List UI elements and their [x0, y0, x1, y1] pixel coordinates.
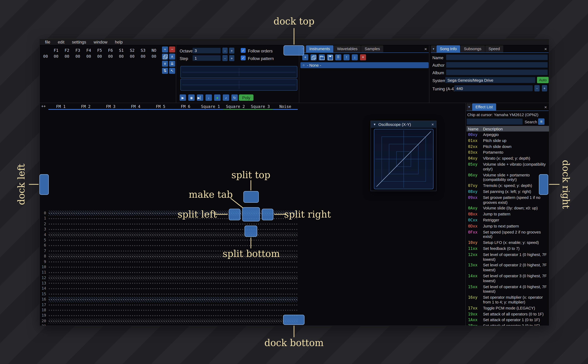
pattern-row[interactable]: 21: [40, 324, 298, 326]
chevron-down-icon[interactable]: ▾: [467, 103, 472, 110]
pattern-row[interactable]: 3: [40, 227, 298, 232]
dock-right-target[interactable]: [539, 174, 548, 195]
instrument-list-selected-row[interactable]: ○ - None -: [300, 62, 429, 68]
move-instrument-down-button[interactable]: ↓: [352, 54, 358, 60]
order-cell[interactable]: 00: [138, 54, 149, 58]
split-bottom-target[interactable]: [244, 226, 257, 237]
pattern-row[interactable]: 5: [40, 237, 298, 243]
menu-window[interactable]: window: [90, 39, 111, 45]
poly-button[interactable]: Poly: [239, 94, 254, 101]
order-row-index[interactable]: 00: [40, 54, 51, 58]
collapse-icon[interactable]: ▼: [373, 123, 376, 126]
order-list-row[interactable]: 0000000000000000000000: [40, 54, 159, 58]
metronome-button[interactable]: ♪: [223, 94, 229, 101]
split-top-target[interactable]: [243, 191, 259, 203]
menu-help[interactable]: help: [111, 39, 126, 45]
auto-system-button[interactable]: Auto: [537, 77, 548, 83]
pattern-row[interactable]: 9: [40, 259, 298, 265]
delete-instrument-button[interactable]: ×: [360, 54, 366, 60]
order-cell[interactable]: 00: [127, 54, 138, 58]
tab-speed[interactable]: Speed: [485, 45, 503, 52]
octave-increase-button[interactable]: +: [229, 48, 234, 54]
instrument-folders-button[interactable]: ⠿: [335, 54, 341, 60]
menu-edit[interactable]: edit: [54, 39, 68, 45]
dock-left-target[interactable]: [40, 174, 49, 195]
channel-header-fm-6[interactable]: FM 6: [173, 103, 198, 110]
play-pattern-button[interactable]: ◉: [188, 94, 195, 101]
name-field[interactable]: [446, 54, 548, 60]
tuning-increase-button[interactable]: +: [542, 85, 547, 91]
order-edit-mode-button[interactable]: ↖: [169, 68, 175, 74]
play-button[interactable]: ▶: [180, 94, 186, 101]
effect-list-close-button[interactable]: ×: [543, 103, 548, 110]
pattern-row[interactable]: 20: [40, 318, 298, 324]
order-move-up-button[interactable]: ∧: [169, 54, 175, 60]
channel-header-square-1[interactable]: Square 1: [198, 103, 223, 110]
save-instrument-button[interactable]: [327, 54, 333, 60]
move-instrument-up-button[interactable]: ↑: [344, 54, 350, 60]
order-cell[interactable]: 00: [83, 54, 94, 58]
play-from-cursor-button[interactable]: ▶▏: [197, 94, 203, 101]
tab-effect-list[interactable]: Effect List: [472, 103, 496, 110]
duplicate-instrument-button[interactable]: [311, 54, 317, 60]
dock-top-target[interactable]: [284, 45, 304, 55]
channel-header-square-2[interactable]: Square 2: [223, 103, 248, 110]
pattern-row[interactable]: 17: [40, 302, 298, 308]
make-tab-target[interactable]: [242, 207, 260, 221]
order-cell[interactable]: 00: [148, 54, 159, 58]
channel-header-fm-1[interactable]: FM 1: [48, 103, 73, 110]
order-move-down-button[interactable]: ∨: [162, 61, 168, 67]
order-cell[interactable]: 00: [51, 54, 61, 58]
pattern-row[interactable]: 12: [40, 275, 298, 281]
octave-decrease-button[interactable]: -: [222, 48, 228, 54]
octave-input[interactable]: 3: [192, 48, 221, 54]
order-add-button[interactable]: +: [162, 46, 168, 52]
pattern-row[interactable]: 6: [40, 243, 298, 248]
channel-header-fm-2[interactable]: FM 2: [73, 103, 98, 110]
menu-file[interactable]: file: [41, 39, 54, 45]
pattern-row[interactable]: 19: [40, 313, 298, 318]
pattern-row[interactable]: 4: [40, 232, 298, 238]
tuning-field[interactable]: 440: [454, 85, 533, 91]
system-field[interactable]: Sega Genesis/Mega Drive: [445, 77, 535, 83]
author-field[interactable]: [446, 62, 548, 68]
menu-settings[interactable]: settings: [68, 39, 90, 45]
effect-search-input[interactable]: [467, 118, 523, 125]
song-info-close-button[interactable]: ×: [543, 45, 548, 52]
order-cell[interactable]: 00: [116, 54, 127, 58]
channel-header-noise[interactable]: Noise: [273, 103, 298, 110]
order-duplicate-end-button[interactable]: ⇊: [169, 61, 175, 67]
pattern-row[interactable]: 2: [40, 221, 298, 227]
step-row-button[interactable]: ↓: [205, 94, 212, 101]
channel-header-fm-3[interactable]: FM 3: [98, 103, 123, 110]
tab-subsongs[interactable]: Subsongs: [460, 45, 485, 52]
order-cell[interactable]: 00: [73, 54, 83, 58]
tab-wavetables[interactable]: Wavetables: [334, 45, 361, 52]
effect-list-menu-button[interactable]: ≡: [538, 118, 544, 125]
oscilloscope-close-button[interactable]: ×: [431, 122, 434, 127]
order-cell[interactable]: 00: [61, 54, 73, 58]
step-decrease-button[interactable]: -: [222, 55, 228, 61]
order-change-mode-button[interactable]: ⇅: [162, 68, 168, 74]
tuning-decrease-button[interactable]: -: [534, 85, 540, 91]
edit-record-button[interactable]: ●: [214, 94, 220, 101]
channel-header-square-3[interactable]: Square 3: [248, 103, 273, 110]
pattern-expand-button[interactable]: ++: [41, 104, 46, 108]
dock-bottom-target[interactable]: [283, 315, 304, 325]
pattern-row[interactable]: 13: [40, 281, 298, 286]
order-remove-button[interactable]: −: [169, 46, 175, 52]
pattern-row[interactable]: 18: [40, 308, 298, 313]
oscilloscope-xy-window[interactable]: ▼ Oscilloscope (X-Y) ×: [370, 121, 437, 191]
pattern-row[interactable]: 16: [40, 297, 298, 302]
follow-orders-checkbox[interactable]: ✓: [241, 48, 246, 53]
tab-samples[interactable]: Samples: [361, 45, 383, 52]
order-cell[interactable]: 00: [94, 54, 105, 58]
channel-header-fm-4[interactable]: FM 4: [123, 103, 148, 110]
follow-pattern-checkbox[interactable]: ✓: [241, 55, 246, 60]
step-increase-button[interactable]: +: [229, 55, 234, 61]
split-right-target[interactable]: [262, 209, 273, 220]
order-cell[interactable]: 00: [105, 54, 116, 58]
instruments-close-button[interactable]: ×: [423, 45, 429, 52]
channel-header-fm-5[interactable]: FM 5: [148, 103, 173, 110]
pattern-row[interactable]: 14: [40, 286, 298, 292]
